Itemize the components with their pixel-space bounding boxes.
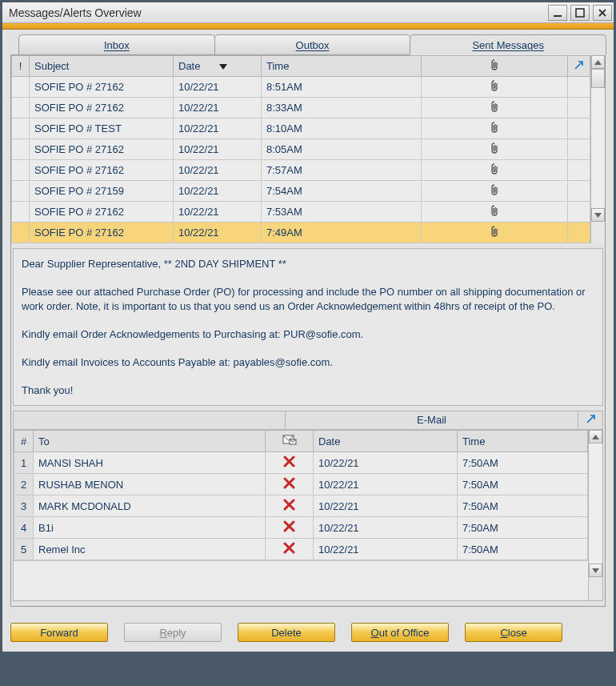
cell-status (266, 539, 314, 560)
close-button[interactable]: Close (465, 623, 562, 642)
rcol-to[interactable]: To (34, 431, 266, 452)
attachment-icon (490, 142, 499, 154)
minimize-button[interactable] (548, 5, 567, 21)
recipients-scrollbar[interactable] (588, 430, 602, 600)
table-row[interactable]: 4B1i10/22/217:50AM (14, 517, 588, 539)
tab-inbox-label: Inbox (104, 39, 130, 51)
table-row[interactable]: SOFIE PO # 2716210/22/217:57AM (12, 160, 590, 181)
recipients-section: E-Mail # To (13, 411, 603, 601)
cell-date: 10/22/21 (174, 98, 262, 118)
table-row[interactable]: SOFIE PO # 2716210/22/218:05AM (12, 139, 590, 160)
recipients-empty-area (14, 560, 588, 600)
table-row[interactable]: 2RUSHAB MENON10/22/217:50AM (14, 474, 588, 495)
svg-marker-18 (592, 435, 599, 439)
messages-table: ! Subject Date Time (11, 55, 590, 243)
rcol-time[interactable]: Time (458, 431, 588, 452)
cell-attachment (422, 139, 568, 160)
preview-line: Dear Supplier Representative, ** 2ND DAY… (22, 257, 594, 271)
svg-marker-4 (594, 60, 602, 65)
cell-time: 8:33AM (262, 98, 422, 118)
expand-icon (586, 414, 596, 427)
cell-pad (568, 77, 590, 98)
cell-subject: SOFIE PO # 27162 (30, 98, 174, 118)
cell-date: 10/22/21 (174, 160, 262, 181)
cell-subject: SOFIE PO # 27162 (30, 160, 174, 181)
close-window-button[interactable] (593, 5, 612, 21)
scroll-thumb[interactable] (591, 69, 605, 88)
scroll-down-icon[interactable] (589, 564, 602, 577)
error-x-icon (283, 477, 295, 491)
out-of-office-button[interactable]: Out of Office (351, 623, 449, 642)
cell-attachment (422, 223, 568, 243)
col-subject[interactable]: Subject (30, 56, 174, 77)
cell-rownum: 5 (14, 539, 34, 560)
cell-attachment (422, 181, 568, 202)
cell-status (266, 495, 314, 517)
tab-sent[interactable]: Sent Messages (410, 34, 606, 55)
cell-attachment (422, 160, 568, 181)
svg-marker-19 (592, 568, 599, 573)
col-priority[interactable]: ! (12, 56, 30, 77)
table-row[interactable]: SOFIE PO # 2716210/22/218:33AM (12, 98, 590, 118)
cell-to: B1i (34, 517, 266, 539)
cell-subject: SOFIE PO # 27162 (30, 202, 174, 223)
cell-date: 10/22/21 (314, 452, 458, 474)
col-time[interactable]: Time (262, 56, 422, 77)
maximize-button[interactable] (570, 5, 590, 21)
recip-email-header: E-Mail (286, 411, 578, 429)
attachment-icon (490, 163, 499, 175)
table-row[interactable]: SOFIE PO # 2715910/22/217:54AM (12, 181, 590, 202)
cell-priority (12, 181, 30, 202)
scroll-up-icon[interactable] (591, 55, 605, 69)
cell-attachment (422, 98, 568, 118)
messages-alerts-window: Messages/Alerts Overview Inbox Outbox Se… (2, 2, 614, 652)
attachment-icon (490, 80, 499, 91)
cell-pad (568, 160, 590, 181)
cell-time: 7:54AM (262, 181, 422, 202)
messages-scrollbar[interactable] (590, 55, 605, 243)
forward-button[interactable]: Forward (10, 623, 108, 642)
recip-header-spacer (14, 411, 286, 429)
table-row[interactable]: 1MANSI SHAH10/22/217:50AM (14, 452, 588, 474)
delete-button[interactable]: Delete (238, 623, 335, 642)
cell-to: RUSHAB MENON (34, 474, 266, 495)
cell-rownum: 1 (14, 452, 34, 474)
table-row[interactable]: SOFIE PO # 2716210/22/218:51AM (12, 77, 590, 98)
cell-pad (568, 118, 590, 139)
cell-status (266, 474, 314, 495)
tab-inbox[interactable]: Inbox (18, 34, 215, 54)
table-row[interactable]: 5Remel Inc10/22/217:50AM (14, 539, 588, 560)
table-row[interactable]: SOFIE PO # TEST10/22/218:10AM (12, 118, 590, 139)
scroll-track[interactable] (591, 88, 605, 208)
svg-rect-1 (576, 9, 584, 17)
preview-line: Kindly email Order Acknowledgements to P… (22, 327, 594, 342)
col-date[interactable]: Date (174, 56, 262, 77)
table-row[interactable]: SOFIE PO # 2716210/22/217:53AM (12, 202, 590, 223)
window-title: Messages/Alerts Overview (2, 6, 546, 19)
attachment-icon (490, 122, 499, 133)
error-x-icon (283, 542, 295, 556)
cell-date: 10/22/21 (314, 539, 458, 560)
scroll-down-icon[interactable] (591, 208, 605, 222)
folder-tabs: Inbox Outbox Sent Messages (18, 34, 606, 54)
rcol-date[interactable]: Date (314, 431, 458, 452)
cell-status (266, 452, 314, 474)
cell-status (266, 517, 314, 539)
cell-subject: SOFIE PO # 27162 (30, 139, 174, 160)
col-attachment[interactable] (422, 56, 568, 77)
table-row[interactable]: SOFIE PO # 2716210/22/217:49AM (12, 223, 590, 243)
table-row[interactable]: 3MARK MCDONALD10/22/217:50AM (14, 495, 588, 517)
col-expand[interactable] (568, 56, 590, 77)
cell-priority (12, 77, 30, 98)
cell-pad (568, 139, 590, 160)
cell-time: 7:57AM (262, 160, 422, 181)
tab-outbox[interactable]: Outbox (214, 34, 411, 54)
scroll-track[interactable] (589, 443, 602, 564)
cell-date: 10/22/21 (174, 139, 262, 160)
rcol-num[interactable]: # (14, 431, 34, 452)
recip-expand[interactable] (578, 411, 602, 429)
rcol-status[interactable] (266, 431, 314, 452)
error-x-icon (283, 455, 295, 470)
scroll-up-icon[interactable] (589, 430, 602, 443)
cell-priority (12, 223, 30, 243)
